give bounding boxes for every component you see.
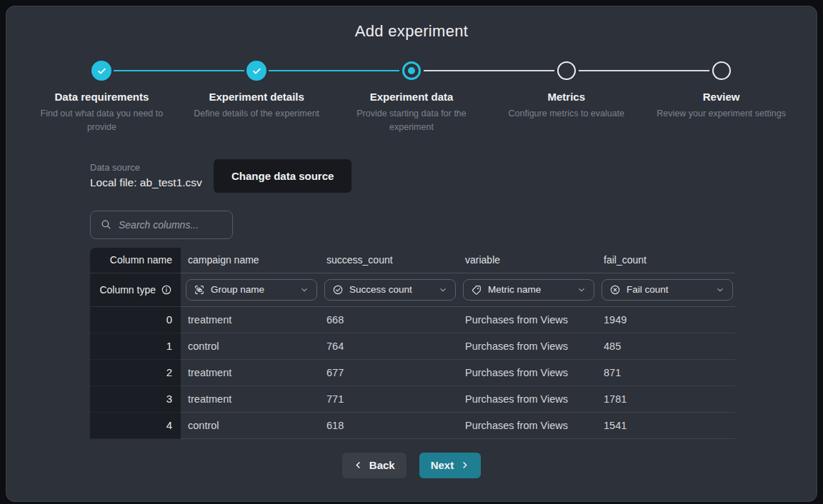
table-cell: 668 [319, 307, 458, 333]
stepper-connector [114, 70, 244, 71]
next-button-label: Next [431, 459, 454, 471]
table-cell: 1781 [597, 386, 735, 413]
column-type-header: Column type [90, 273, 181, 307]
step-label: Experiment data [370, 91, 454, 103]
step-current-circle [402, 61, 421, 80]
table-cell: Purchases from Views [458, 307, 597, 333]
page-title: Add experiment [6, 22, 817, 41]
search-columns-box[interactable] [90, 211, 233, 239]
step-experiment-data[interactable]: Experiment data Provide starting data fo… [334, 61, 489, 135]
column-type-label: Column type [99, 284, 156, 296]
column-header: variable [458, 248, 597, 273]
table-cell: 1949 [597, 307, 735, 333]
table-cell: control [181, 413, 319, 439]
row-index: 3 [90, 386, 181, 413]
dropdown-value: Success count [349, 284, 432, 295]
chevron-right-icon [460, 460, 469, 470]
step-review[interactable]: Review Review your experiment settings [644, 61, 799, 135]
table-cell: 618 [319, 413, 458, 439]
step-upcoming-circle [712, 61, 731, 80]
step-description: Review your experiment settings [657, 107, 786, 121]
table-cell: Purchases from Views [458, 360, 597, 386]
dropdown-value: Group name [211, 284, 294, 295]
circle-check-icon [332, 284, 344, 296]
data-source-value: Local file: ab_test1.csv [90, 176, 214, 189]
column-header: fail_count [597, 248, 735, 273]
step-metrics[interactable]: Metrics Configure metrics to evaluate [489, 61, 644, 135]
table-cell: 771 [319, 386, 458, 413]
table-cell: 677 [319, 360, 458, 386]
dropdown-value: Fail count [627, 284, 709, 295]
step-completed-circle [246, 61, 266, 81]
table-cell: Purchases from Views [458, 413, 597, 439]
column-type-cell: Group name [181, 273, 319, 307]
back-button[interactable]: Back [342, 453, 406, 478]
step-description: Find out what data you need to provide [30, 107, 173, 135]
table-cell: 871 [597, 360, 735, 386]
search-columns-input[interactable] [119, 219, 223, 231]
object-group-icon [194, 284, 205, 296]
table-cell: 485 [597, 333, 735, 360]
data-source-label: Data source [90, 162, 214, 173]
table-cell: treatment [181, 307, 319, 333]
column-header: campaign name [181, 248, 319, 273]
table-cell: control [181, 333, 319, 360]
group-name-type-dropdown[interactable]: Group name [186, 279, 317, 301]
column-type-cell: Fail count [597, 273, 735, 307]
check-icon [251, 66, 262, 76]
step-label: Review [703, 91, 740, 103]
row-index: 2 [90, 360, 181, 386]
success-count-type-dropdown[interactable]: Success count [324, 279, 456, 301]
search-icon [100, 218, 112, 231]
chevron-down-icon [438, 285, 448, 295]
stepper-connector [424, 70, 554, 71]
row-index: 1 [90, 333, 181, 360]
metric-name-type-dropdown[interactable]: Metric name [463, 279, 594, 301]
circle-x-icon [609, 284, 621, 296]
row-index: 0 [90, 307, 181, 333]
step-experiment-details[interactable]: Experiment details Define details of the… [179, 61, 334, 135]
change-data-source-button[interactable]: Change data source [214, 159, 351, 193]
step-completed-circle [91, 61, 111, 81]
column-type-cell: Metric name [458, 273, 597, 307]
next-button[interactable]: Next [419, 453, 482, 478]
column-type-cell: Success count [319, 273, 458, 307]
table-cell: Purchases from Views [458, 386, 597, 413]
stepper-connector [269, 70, 399, 71]
add-experiment-modal: Add experiment Data requirements Find ou… [6, 6, 817, 502]
table-cell: 1541 [597, 413, 735, 439]
column-name-header: Column name [90, 248, 181, 273]
row-index: 4 [90, 413, 181, 439]
table-cell: treatment [181, 360, 319, 386]
table-cell: Purchases from Views [458, 333, 597, 360]
table-cell: treatment [181, 386, 319, 413]
step-label: Metrics [548, 91, 586, 103]
check-icon [96, 66, 107, 76]
fail-count-type-dropdown[interactable]: Fail count [602, 279, 733, 301]
stepper-connector [579, 70, 709, 71]
chevron-down-icon [715, 285, 725, 295]
table-cell: 764 [319, 333, 458, 360]
chevron-left-icon [354, 460, 363, 470]
current-step-dot-icon [408, 67, 415, 74]
step-data-requirements[interactable]: Data requirements Find out what data you… [24, 61, 179, 135]
chevron-down-icon [299, 285, 309, 295]
info-icon[interactable] [161, 284, 172, 296]
dropdown-value: Metric name [488, 284, 571, 295]
step-description: Provide starting data for the experiment [340, 107, 483, 135]
step-description: Configure metrics to evaluate [508, 107, 624, 121]
step-upcoming-circle [557, 61, 576, 80]
wizard-stepper: Data requirements Find out what data you… [24, 61, 799, 135]
column-header: success_count [319, 248, 458, 273]
tag-icon [471, 284, 482, 296]
back-button-label: Back [369, 459, 395, 471]
step-label: Data requirements [55, 91, 149, 103]
chevron-down-icon [577, 285, 587, 295]
data-source-section: Data source Local file: ab_test1.csv Cha… [90, 159, 817, 193]
wizard-footer: Back Next [6, 453, 817, 478]
step-label: Experiment details [209, 91, 304, 103]
step-description: Define details of the experiment [194, 107, 319, 121]
columns-table: Column name campaign name success_count … [90, 248, 735, 439]
